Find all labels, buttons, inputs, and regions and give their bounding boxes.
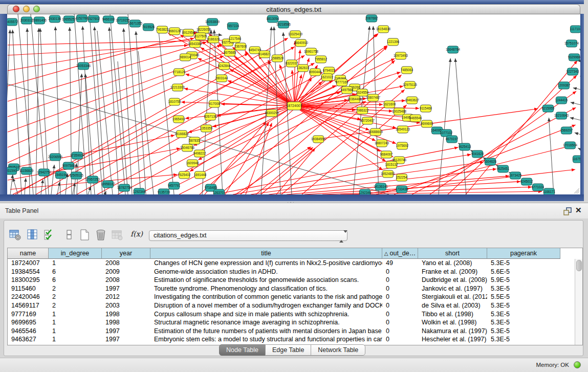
column-header-in_degree[interactable]: in_degree: [49, 248, 102, 259]
new-column-icon[interactable]: [78, 229, 91, 241]
table-cell[interactable]: 9465546: [8, 327, 49, 336]
table-row[interactable]: 1456911722003Disruption of a novel membe…: [8, 301, 582, 310]
table-cell[interactable]: 2003: [102, 301, 150, 310]
tab-network-table[interactable]: Network Table: [311, 344, 365, 356]
table-cell[interactable]: 0: [382, 268, 418, 276]
table-cell[interactable]: 2008: [102, 259, 150, 268]
table-cell[interactable]: 0: [382, 293, 418, 301]
table-cell[interactable]: 1: [49, 335, 102, 344]
table-cell[interactable]: 5.3E-5: [487, 318, 560, 327]
table-cell[interactable]: 1997: [102, 285, 150, 293]
table-settings-icon[interactable]: [9, 229, 21, 241]
table-cell[interactable]: Genome-wide association studies in ADHD.: [150, 268, 382, 276]
table-cell[interactable]: Tibbo et al. (1998): [418, 310, 487, 319]
table-cell[interactable]: 5.3E-5: [487, 285, 560, 293]
selection-checks-icon[interactable]: [43, 229, 56, 241]
table-cell[interactable]: 5.5E-5: [487, 293, 560, 301]
table-cell[interactable]: 5.3E-5: [487, 327, 560, 336]
table-cell[interactable]: 2008: [102, 276, 150, 285]
table-cell[interactable]: 1: [49, 327, 102, 336]
table-row[interactable]: 946554611997Estimation of the future num…: [8, 327, 582, 336]
table-cell[interactable]: Changes of HCN gene expression and I(f) …: [150, 259, 382, 268]
table-row[interactable]: 911546021997Tourette syndrome. Phenomeno…: [8, 285, 582, 293]
table-cell[interactable]: 2: [49, 293, 102, 301]
delete-column-trash-icon[interactable]: [95, 229, 107, 241]
table-cell[interactable]: 18300295: [8, 276, 49, 285]
table-cell[interactable]: 5.3E-5: [487, 259, 560, 268]
table-cell[interactable]: Disruption of a novel member of a sodium…: [150, 301, 382, 310]
table-cell[interactable]: 22420046: [8, 293, 49, 301]
table-cell[interactable]: 2012: [102, 293, 150, 301]
table-cell[interactable]: 0: [382, 310, 418, 319]
table-cell[interactable]: Estimation of the future numbers of pati…: [150, 327, 382, 336]
table-cell[interactable]: 1998: [102, 318, 150, 327]
float-panel-icon[interactable]: [563, 207, 572, 215]
table-cell[interactable]: Wolkin et al. (1998): [418, 318, 487, 327]
table-cell[interactable]: 1998: [102, 310, 150, 319]
table-cell[interactable]: 9699695: [8, 318, 49, 327]
table-cell[interactable]: 19384554: [8, 268, 49, 276]
table-cell[interactable]: Embryonic stem cells: a model to study s…: [150, 335, 382, 344]
table-cell[interactable]: 5.3E-5: [487, 301, 560, 310]
table-cell[interactable]: Tourette syndrome. Phenomenology and cla…: [150, 285, 382, 293]
column-header-out_de[interactable]: △out_de…: [382, 248, 418, 259]
column-header-title[interactable]: title: [150, 248, 382, 259]
table-cell[interactable]: Yano et al. (2008): [418, 259, 487, 268]
table-cell[interactable]: 49: [382, 259, 418, 268]
table-cell[interactable]: Estimation of significance thresholds fo…: [150, 276, 382, 285]
column-header-year[interactable]: year: [102, 248, 150, 259]
table-cell[interactable]: 6: [49, 268, 102, 276]
table-cell[interactable]: 5.3E-5: [487, 335, 560, 344]
column-header-short[interactable]: short: [418, 248, 487, 259]
table-cell[interactable]: 0: [382, 327, 418, 336]
table-row[interactable]: 1830029562008Estimation of significance …: [8, 276, 582, 285]
table-selector-dropdown[interactable]: citations_edges.txt: [149, 230, 347, 241]
table-cell[interactable]: 1997: [102, 327, 150, 336]
table-cell[interactable]: 9115460: [8, 285, 49, 293]
table-cell[interactable]: de Silva et al. (2003): [418, 301, 487, 310]
tab-node-table[interactable]: Node Table: [219, 344, 266, 356]
table-cell[interactable]: 0: [382, 318, 418, 327]
table-cell[interactable]: 2: [49, 301, 102, 310]
table-cell[interactable]: 5.6E-5: [487, 268, 560, 276]
table-cell[interactable]: 9463627: [8, 335, 49, 344]
table-row[interactable]: 969969511998Structural magnetic resonanc…: [8, 318, 582, 327]
column-header-pagerank[interactable]: pagerank: [487, 248, 560, 259]
table-cell[interactable]: 18724007: [8, 259, 49, 268]
row-panel-icon[interactable]: [63, 229, 75, 241]
table-cell[interactable]: 5.3E-5: [487, 310, 560, 319]
table-cell[interactable]: Stergiakouli et al. (2012): [418, 293, 487, 301]
table-row[interactable]: 1938455462009Genome-wide association stu…: [8, 268, 582, 276]
table-cell[interactable]: 1: [49, 318, 102, 327]
scrollbar-thumb[interactable]: [576, 260, 582, 271]
table-cell[interactable]: 1: [49, 259, 102, 268]
table-cell[interactable]: Investigating the contribution of common…: [150, 293, 382, 301]
table-cell[interactable]: Structural magnetic resonance image aver…: [150, 318, 382, 327]
table-row[interactable]: 2242004622012Investigating the contribut…: [8, 293, 582, 301]
tab-edge-table[interactable]: Edge Table: [265, 344, 311, 356]
table-cell[interactable]: 5.9E-5: [487, 276, 560, 285]
network-graph-canvas[interactable]: 2405572203031220891406293013610655257115…: [7, 14, 580, 194]
table-row[interactable]: 1872400712008Changes of HCN gene express…: [8, 259, 582, 268]
table-cell[interactable]: 0: [382, 335, 418, 344]
table-cell[interactable]: 1: [49, 310, 102, 319]
table-vertical-scrollbar[interactable]: [575, 259, 582, 345]
table-cell[interactable]: 0: [382, 301, 418, 310]
column-header-name[interactable]: name: [8, 248, 49, 259]
table-cell[interactable]: 0: [382, 276, 418, 285]
table-cell[interactable]: 1997: [102, 335, 150, 344]
table-cell[interactable]: Corpus callosum shape and size in male p…: [150, 310, 382, 319]
table-cell[interactable]: Dudbridge et al. (2008): [418, 276, 487, 285]
table-cell[interactable]: 2: [49, 285, 102, 293]
table-cell[interactable]: 6: [49, 276, 102, 285]
table-cell[interactable]: 2009: [102, 268, 150, 276]
table-cell[interactable]: 0: [382, 285, 418, 293]
function-builder-icon[interactable]: f(x): [130, 230, 143, 242]
table-cell[interactable]: Nakamura et al. (1997): [418, 327, 487, 336]
table-cell[interactable]: Hescheler et al. (1997): [418, 335, 487, 344]
table-row[interactable]: 946362711997Embryonic stem cells: a mode…: [8, 335, 582, 344]
table-row[interactable]: 977716911998Corpus callosum shape and si…: [8, 310, 582, 319]
table-cell[interactable]: 14569117: [8, 301, 49, 310]
table-cell[interactable]: 9777169: [8, 310, 49, 319]
table-cell[interactable]: Franke et al. (2009): [418, 268, 487, 276]
